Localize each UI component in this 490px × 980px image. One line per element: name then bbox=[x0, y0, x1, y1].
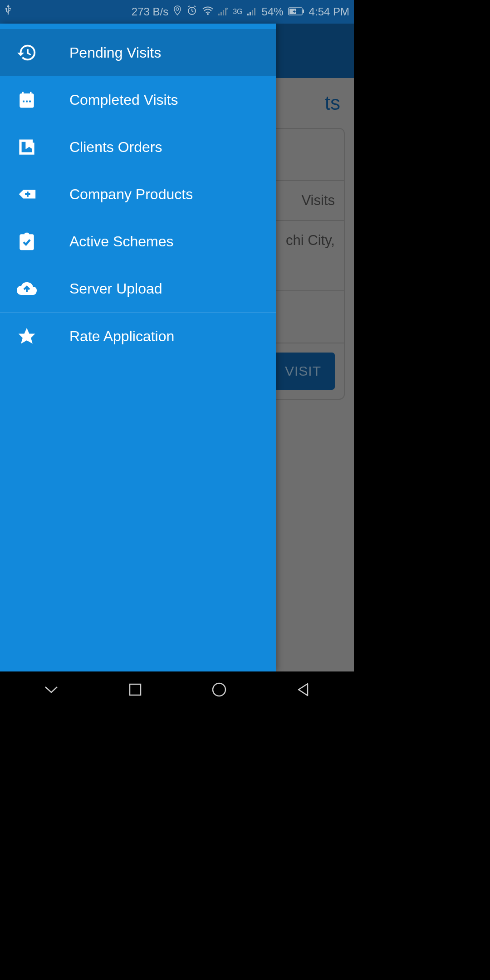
status-bar: 273 B/s × bbox=[0, 0, 354, 24]
nav-item-label: Company Products bbox=[69, 186, 193, 203]
nav-recent-button[interactable] bbox=[126, 681, 144, 699]
svg-rect-14 bbox=[23, 101, 24, 103]
nav-item-company-products[interactable]: Company Products bbox=[0, 171, 276, 218]
svg-rect-7 bbox=[247, 14, 249, 15]
svg-rect-2 bbox=[218, 14, 220, 15]
svg-rect-9 bbox=[252, 10, 253, 15]
wifi-icon bbox=[202, 5, 214, 18]
tag-plus-icon bbox=[16, 183, 38, 205]
nav-item-clients-orders[interactable]: Clients Orders bbox=[0, 123, 276, 171]
svg-rect-4 bbox=[223, 10, 224, 15]
network-speed: 273 B/s bbox=[132, 5, 168, 18]
nav-item-label: Rate Application bbox=[69, 328, 174, 345]
nav-item-label: Completed Visits bbox=[69, 92, 178, 108]
svg-rect-10 bbox=[254, 8, 255, 15]
signal-bars-2 bbox=[247, 5, 257, 18]
nav-back-button[interactable] bbox=[294, 681, 312, 699]
nav-item-active-schemes[interactable]: Active Schemes bbox=[0, 218, 276, 265]
svg-rect-8 bbox=[250, 12, 251, 15]
nav-item-pending-visits[interactable]: Pending Visits bbox=[0, 29, 276, 76]
nav-item-completed-visits[interactable]: Completed Visits bbox=[0, 76, 276, 123]
svg-rect-15 bbox=[26, 101, 28, 103]
cloud-upload-icon bbox=[16, 278, 38, 299]
system-nav-bar bbox=[0, 671, 354, 708]
star-icon bbox=[16, 325, 38, 347]
svg-rect-3 bbox=[220, 12, 222, 15]
navigation-drawer: Pending Visits Completed Visits Clients … bbox=[0, 24, 276, 671]
svg-text:×: × bbox=[226, 7, 228, 11]
svg-rect-16 bbox=[29, 101, 31, 103]
nav-item-server-upload[interactable]: Server Upload bbox=[0, 265, 276, 312]
clipboard-check-icon bbox=[16, 230, 38, 252]
bookmark-folder-icon bbox=[16, 136, 38, 158]
nav-item-label: Active Schemes bbox=[69, 233, 173, 250]
status-right: 273 B/s × bbox=[132, 5, 349, 19]
svg-point-18 bbox=[213, 683, 225, 696]
alarm-icon bbox=[186, 5, 197, 19]
clock-time: 4:54 PM bbox=[309, 5, 349, 18]
nav-item-label: Pending Visits bbox=[69, 44, 161, 61]
svg-rect-13 bbox=[303, 10, 304, 13]
drawer-accent-bar bbox=[0, 24, 276, 29]
battery-icon bbox=[288, 5, 304, 18]
signal-bars-1: × bbox=[218, 5, 228, 18]
svg-point-1 bbox=[207, 13, 209, 15]
network-type: 3G bbox=[233, 8, 242, 16]
status-left bbox=[5, 5, 12, 19]
battery-percent: 54% bbox=[262, 5, 284, 18]
usb-icon bbox=[5, 5, 12, 19]
nav-item-rate-application[interactable]: Rate Application bbox=[0, 313, 276, 360]
location-icon bbox=[173, 5, 182, 19]
nav-dropdown-button[interactable] bbox=[42, 681, 60, 699]
nav-item-label: Clients Orders bbox=[69, 139, 162, 156]
nav-home-button[interactable] bbox=[210, 681, 228, 699]
svg-rect-17 bbox=[130, 684, 141, 695]
calendar-icon bbox=[16, 89, 38, 111]
history-icon bbox=[16, 42, 38, 64]
nav-item-label: Server Upload bbox=[69, 280, 162, 297]
